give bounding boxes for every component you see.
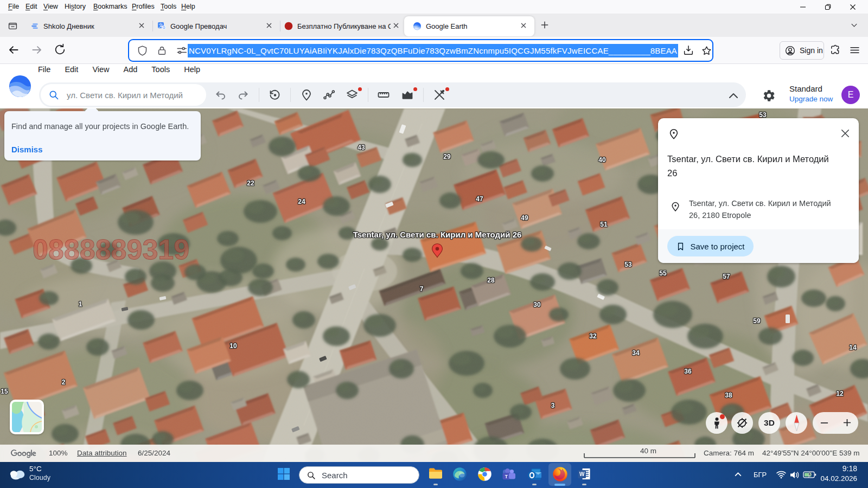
svg-text:W: W bbox=[579, 471, 584, 477]
svg-text:T: T bbox=[505, 473, 508, 479]
svg-text:G: G bbox=[162, 25, 165, 29]
